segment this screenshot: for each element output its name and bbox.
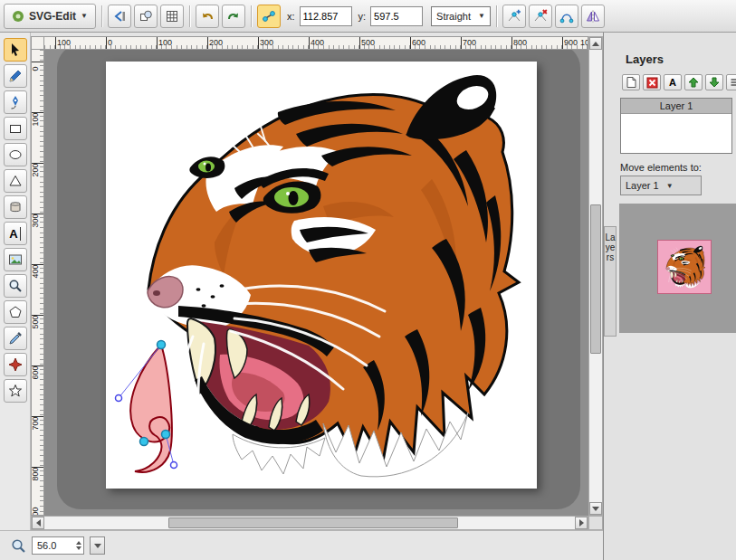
ruler-label: 400 — [31, 264, 40, 279]
select-arrow-icon — [8, 43, 23, 57]
path-node[interactable] — [158, 341, 166, 349]
toolbar-separator — [251, 5, 252, 27]
horizontal-scroll-thumb[interactable] — [168, 517, 458, 528]
redo-button[interactable] — [222, 5, 245, 28]
ruler-label: 400 — [311, 38, 324, 47]
rename-layer-button[interactable]: A — [664, 74, 682, 90]
ruler-label: 900 — [31, 507, 40, 516]
ruler-label: 300 — [31, 214, 40, 228]
image-tool[interactable] — [4, 248, 27, 271]
layers-panel-collapse-tab[interactable]: Layers — [604, 226, 617, 337]
shapes-button[interactable] — [134, 5, 158, 28]
eyedropper-tool[interactable] — [4, 327, 27, 350]
delete-node-icon — [533, 9, 548, 24]
path-node[interactable] — [162, 431, 170, 439]
ruler-label: 100 — [31, 112, 40, 127]
main-menu-button[interactable]: SVG-Edit ▼ — [4, 4, 96, 29]
x-coordinate-label: x: — [287, 11, 295, 22]
control-handle[interactable] — [116, 395, 122, 402]
burst-icon — [8, 357, 23, 372]
vertical-scroll-thumb[interactable] — [590, 204, 601, 354]
move-elements-select[interactable]: Layer 1 ▼ — [620, 176, 702, 195]
zoom-tool[interactable] — [4, 274, 27, 298]
ruler-label: 0 — [108, 38, 112, 47]
ruler-label: 900 — [564, 38, 578, 47]
horizontal-scrollbar[interactable] — [31, 516, 588, 530]
delete-layer-button[interactable] — [643, 74, 661, 90]
triangle-tool[interactable] — [4, 169, 27, 193]
import-icon — [112, 9, 127, 24]
toolbar-separator — [496, 5, 497, 27]
canvas-thumbnail[interactable] — [657, 240, 712, 294]
ruler-label: 200 — [31, 163, 40, 177]
connector-tool[interactable] — [4, 353, 27, 376]
x-coordinate-input[interactable] — [300, 6, 352, 26]
scroll-up-button[interactable] — [589, 37, 602, 50]
chevron-down-icon: ▼ — [478, 12, 485, 20]
redo-icon — [226, 9, 241, 24]
image-icon — [8, 252, 23, 267]
open-path-button[interactable] — [555, 5, 578, 28]
move-layer-down-button[interactable] — [705, 74, 723, 90]
polygon-tool[interactable] — [4, 300, 27, 324]
scroll-down-button[interactable] — [589, 502, 602, 515]
ellipse-tool[interactable] — [4, 143, 27, 166]
link-control-points-toggle[interactable] — [257, 5, 281, 28]
star-tool[interactable] — [4, 379, 27, 403]
arrow-right-icon — [579, 519, 584, 527]
svg-edit-logo-icon — [12, 10, 24, 23]
ruler-label: 300 — [260, 38, 273, 47]
grid-button[interactable] — [160, 5, 184, 28]
delete-node-button[interactable] — [529, 5, 552, 28]
layer-row-selected[interactable]: Layer 1 — [621, 99, 731, 114]
flip-path-button[interactable] — [581, 5, 605, 28]
ruler-label: 100 — [57, 38, 71, 47]
editing-path-shape[interactable] — [130, 345, 172, 472]
scroll-left-button[interactable] — [32, 517, 44, 529]
control-handle[interactable] — [171, 462, 177, 469]
text-tool[interactable]: A — [4, 222, 27, 245]
zoom-presets-dropdown[interactable] — [90, 536, 105, 555]
ruler-label: 800 — [31, 467, 40, 481]
insert-node-button[interactable] — [502, 5, 526, 28]
canvas-workspace[interactable] — [44, 50, 588, 516]
undo-button[interactable] — [196, 5, 219, 28]
layers-list: Layer 1 — [620, 98, 732, 154]
new-layer-button[interactable] — [622, 74, 640, 90]
y-coordinate-input[interactable] — [370, 6, 423, 26]
ruler-label: 0 — [31, 62, 40, 76]
shapes-icon — [139, 9, 153, 24]
stepper-up-icon — [76, 541, 81, 545]
status-bar: 56.0 — [0, 530, 603, 560]
horizontal-ruler: 100 0 100 200 300 400 500 600 700 800 90… — [44, 36, 588, 50]
logo-caret-icon: ▼ — [81, 12, 88, 20]
ruler-label: 800 — [513, 38, 527, 47]
path-tool[interactable] — [4, 90, 27, 114]
triangle-icon — [8, 174, 23, 188]
scroll-right-button[interactable] — [575, 517, 588, 529]
segment-type-select[interactable]: Straight ▼ — [431, 6, 491, 26]
svg-canvas-page[interactable] — [106, 62, 537, 489]
move-layer-up-button[interactable] — [684, 74, 703, 90]
path-node[interactable] — [140, 438, 148, 446]
star-icon — [8, 384, 23, 398]
pencil-tool[interactable] — [4, 64, 27, 88]
grid-icon — [165, 9, 179, 24]
rect-tool[interactable] — [4, 117, 27, 140]
toolbar-separator — [189, 5, 190, 27]
ruler-label: 200 — [209, 38, 223, 47]
shape-library-tool[interactable] — [4, 195, 27, 219]
eyedropper-icon — [8, 331, 23, 346]
vertical-scrollbar[interactable] — [588, 36, 603, 516]
select-tool[interactable] — [4, 38, 27, 62]
ellipse-icon — [8, 147, 23, 162]
ruler-corner — [31, 36, 44, 50]
new-layer-icon — [626, 76, 637, 89]
zoom-value: 56.0 — [37, 540, 56, 551]
zoom-level-input[interactable]: 56.0 — [32, 536, 84, 555]
merge-layer-button[interactable] — [726, 74, 736, 90]
arrow-up-icon — [592, 42, 599, 46]
pencil-icon — [8, 69, 23, 83]
import-button[interactable] — [108, 5, 131, 28]
zoom-stepper[interactable] — [76, 541, 81, 550]
